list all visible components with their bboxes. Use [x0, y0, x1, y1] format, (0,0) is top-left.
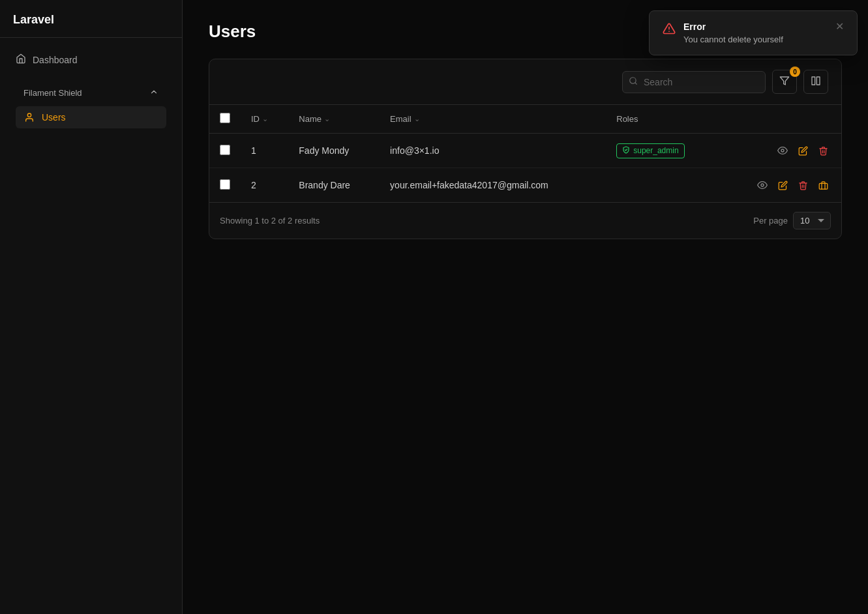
users-table-container: 0	[209, 59, 842, 239]
col-email-label: Email	[390, 114, 412, 124]
col-header-name: Name ⌄	[288, 105, 380, 134]
svg-point-7	[761, 184, 764, 186]
row1-id: 1	[241, 134, 288, 168]
search-input[interactable]	[622, 71, 766, 93]
header-checkbox-cell	[209, 105, 241, 134]
table-footer: Showing 1 to 2 of 2 results Per page 5 1…	[209, 202, 841, 239]
search-icon	[629, 76, 638, 87]
error-icon	[663, 22, 676, 38]
row1-checkbox[interactable]	[220, 145, 230, 155]
row2-checkbox-cell	[209, 168, 241, 203]
sidebar-item-dashboard[interactable]: Dashboard	[8, 48, 174, 72]
row2-email: your.email+fakedata42017@gmail.com	[380, 168, 606, 203]
sidebar-item-dashboard-label: Dashboard	[33, 55, 78, 65]
page-title: Users	[209, 22, 256, 42]
error-toast: Error You cannot delete yourself ✕	[649, 10, 858, 55]
role-badge-label: super_admin	[633, 146, 678, 155]
toast-overlay: Error You cannot delete yourself ✕	[649, 10, 858, 55]
toast-content: Error You cannot delete yourself	[683, 22, 828, 44]
svg-point-6	[781, 149, 784, 152]
row2-id: 2	[241, 168, 288, 203]
svg-rect-5	[816, 77, 820, 85]
svg-rect-8	[819, 183, 828, 189]
toast-message: You cannot delete yourself	[683, 35, 828, 44]
filter-badge: 0	[790, 66, 800, 77]
filter-icon	[779, 76, 790, 88]
shield-icon	[622, 146, 630, 156]
row1-actions	[719, 134, 841, 168]
svg-rect-4	[812, 77, 815, 85]
row1-name: Fady Mondy	[288, 134, 380, 168]
table-row: 2 Brandy Dare your.email+fakedata42017@g…	[209, 168, 841, 203]
role-badge-super-admin: super_admin	[616, 143, 684, 158]
svg-point-0	[27, 113, 31, 117]
col-header-email: Email ⌄	[380, 105, 606, 134]
sidebar-section-label: Filament Shield	[23, 88, 82, 98]
col-sort-email[interactable]: Email ⌄	[390, 114, 420, 124]
home-icon	[16, 53, 26, 66]
row2-view-button[interactable]	[755, 177, 770, 193]
row2-checkbox[interactable]	[220, 179, 230, 190]
col-sort-name[interactable]: Name ⌄	[299, 114, 330, 124]
toast-title: Error	[683, 22, 828, 32]
app-logo: Laravel	[0, 0, 182, 38]
svg-line-2	[635, 83, 637, 85]
col-header-roles: Roles	[606, 105, 718, 134]
row1-checkbox-cell	[209, 134, 241, 168]
row2-action-buttons	[729, 177, 831, 193]
table-header-row: ID ⌄ Name ⌄ Email	[209, 105, 841, 134]
select-all-checkbox[interactable]	[220, 113, 230, 123]
col-header-actions	[719, 105, 841, 134]
row1-edit-button[interactable]	[796, 143, 811, 158]
row1-email: info@3×1.io	[380, 134, 606, 168]
columns-button[interactable]	[803, 70, 828, 94]
sidebar: Laravel Dashboard Filament Shield	[0, 0, 183, 614]
columns-icon	[811, 76, 821, 88]
row2-impersonate-button[interactable]	[816, 178, 831, 193]
users-table: ID ⌄ Name ⌄ Email	[209, 105, 841, 202]
table-toolbar: 0	[209, 59, 841, 105]
per-page-select[interactable]: 5 10 25 50 100	[793, 212, 831, 229]
per-page-wrap: Per page 5 10 25 50 100	[753, 212, 831, 229]
sidebar-item-users[interactable]: Users	[16, 106, 166, 128]
per-page-label: Per page	[753, 216, 788, 226]
sidebar-section-filament-shield: Filament Shield Users	[8, 77, 174, 134]
col-name-label: Name	[299, 114, 322, 124]
sort-icon-id: ⌄	[262, 115, 268, 123]
row2-actions	[719, 168, 841, 203]
svg-marker-3	[780, 77, 788, 85]
search-wrap	[622, 71, 766, 93]
row1-roles: super_admin	[606, 134, 718, 168]
main-content: Users New user	[183, 0, 868, 614]
showing-text: Showing 1 to 2 of 2 results	[220, 216, 320, 226]
toast-close-button[interactable]: ✕	[835, 22, 844, 32]
sidebar-item-users-label: Users	[42, 112, 66, 123]
col-header-id: ID ⌄	[241, 105, 288, 134]
row2-name: Brandy Dare	[288, 168, 380, 203]
row1-view-button[interactable]	[775, 143, 790, 158]
col-roles-label: Roles	[616, 114, 638, 124]
col-id-label: ID	[251, 114, 260, 124]
table-row: 1 Fady Mondy info@3×1.io	[209, 134, 841, 168]
row1-delete-button[interactable]	[816, 143, 831, 158]
row1-action-buttons	[729, 143, 831, 158]
sort-icon-name: ⌄	[324, 115, 330, 123]
row2-edit-button[interactable]	[775, 178, 790, 193]
sidebar-nav: Dashboard Filament Shield	[0, 38, 182, 144]
row2-roles	[606, 168, 718, 203]
chevron-up-icon	[149, 87, 158, 98]
user-icon	[23, 111, 35, 123]
row2-delete-button[interactable]	[796, 178, 811, 193]
sort-icon-email: ⌄	[414, 115, 420, 123]
sidebar-section-header-filament-shield[interactable]: Filament Shield	[16, 82, 166, 104]
filter-button[interactable]: 0	[772, 70, 797, 94]
col-sort-id[interactable]: ID ⌄	[251, 114, 268, 124]
